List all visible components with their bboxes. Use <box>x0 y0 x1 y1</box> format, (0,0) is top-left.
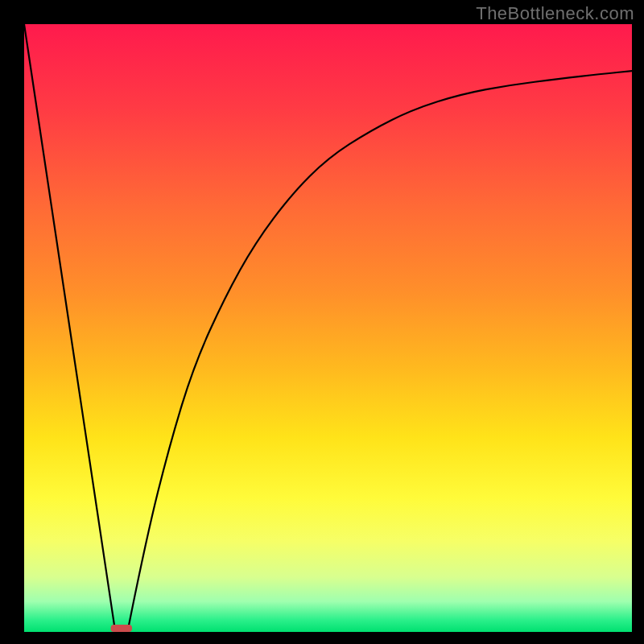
minimum-marker <box>111 625 132 632</box>
plot-area <box>24 24 632 632</box>
chart-svg <box>24 24 632 632</box>
chart-frame: TheBottleneck.com <box>0 0 644 644</box>
curve-left-branch <box>24 24 115 632</box>
watermark-text: TheBottleneck.com <box>476 3 634 24</box>
curve-right-branch <box>127 71 632 632</box>
